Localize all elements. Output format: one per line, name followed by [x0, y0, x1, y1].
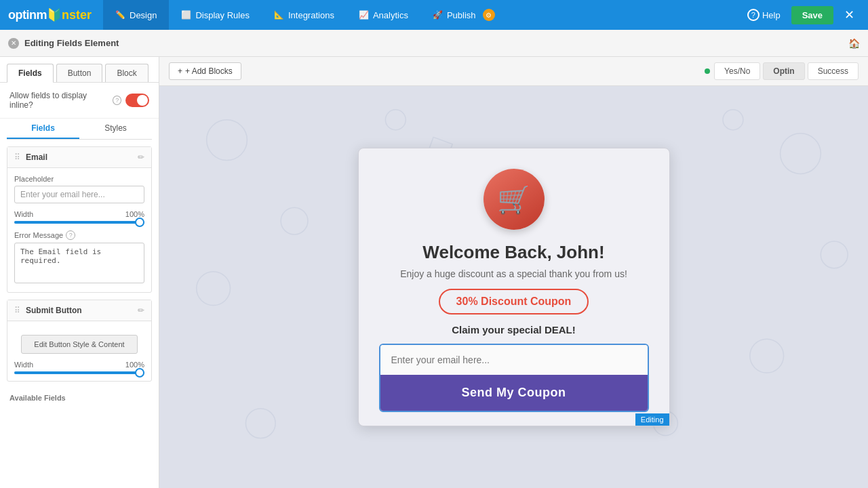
inline-toggle-row: Allow fields to display inline? ?	[0, 83, 159, 119]
analytics-icon: 📈	[359, 10, 369, 20]
editing-label: Editing Fields Element	[24, 38, 119, 48]
canvas-toolbar: + + Add Blocks Yes/No Optin Success	[159, 57, 868, 86]
submit-width-row: Width 100%	[14, 361, 144, 369]
submit-edit-pencil[interactable]: ✏	[138, 306, 144, 315]
nav-right: ? Help Save ✕	[742, 5, 860, 25]
email-width-slider[interactable]	[14, 221, 144, 224]
canvas-area: 🛒 Welcome Back, John! Enjoy a huge disco…	[159, 86, 868, 488]
svg-point-0	[207, 120, 248, 161]
panel-tabs: Fields Button Block	[0, 57, 159, 83]
nav-tab-display-rules[interactable]: ⬜ Display Rules	[169, 0, 261, 30]
email-width-row: Width 100%	[14, 210, 144, 218]
submit-slider-thumb[interactable]	[135, 368, 144, 378]
view-tab-yes-no[interactable]: Yes/No	[714, 62, 760, 80]
inline-help-icon[interactable]: ?	[113, 96, 122, 105]
submit-drag-handle[interactable]: ⠿	[14, 306, 20, 315]
help-icon: ?	[747, 9, 760, 21]
email-field-title: Email	[26, 152, 47, 162]
integrations-icon: 📐	[274, 10, 284, 20]
nav-tab-analytics[interactable]: 📈 Analytics	[347, 0, 420, 30]
logo-monster: 🔰nster	[47, 7, 92, 22]
nav-tab-integrations[interactable]: 📐 Integrations	[262, 0, 347, 30]
center-canvas: + + Add Blocks Yes/No Optin Success	[159, 57, 868, 488]
panel-tab-fields[interactable]: Fields	[7, 64, 54, 83]
placeholder-label: Placeholder	[14, 175, 144, 183]
email-field-body: Placeholder Width 100% Error Message ? T…	[7, 168, 151, 292]
nav-tab-design[interactable]: ✏️ Design	[103, 0, 169, 30]
submit-width-slider[interactable]	[14, 371, 144, 374]
claim-text: Claim your special DEAL!	[452, 324, 576, 336]
available-fields-label: Available Fields	[0, 388, 159, 402]
error-msg-label: Error Message	[14, 231, 63, 239]
email-field-block: ⠿ Email ✏ Placeholder Width 100% Error M…	[7, 146, 152, 293]
error-textarea[interactable]: The Email field is required.	[14, 243, 144, 283]
view-tabs: Yes/No Optin Success	[705, 62, 859, 80]
email-slider-thumb[interactable]	[135, 218, 144, 227]
submit-block-title: Submit Button	[26, 306, 82, 315]
popup-email-input[interactable]	[380, 345, 648, 375]
fs-tab-fields[interactable]: Fields	[7, 119, 79, 139]
fs-tab-styles[interactable]: Styles	[79, 119, 152, 139]
email-width-label: Width	[14, 210, 33, 218]
toggle-knob	[137, 95, 148, 106]
submit-block-body: Edit Button Style & Content Width 100%	[7, 321, 151, 381]
svg-point-3	[197, 272, 231, 306]
panel-tab-button[interactable]: Button	[56, 64, 103, 82]
left-panel: Fields Button Block Allow fields to disp…	[0, 57, 159, 488]
design-icon: ✏️	[115, 10, 125, 20]
publish-badge: ⚙	[483, 9, 495, 21]
home-icon[interactable]: 🏠	[848, 38, 860, 49]
svg-point-6	[723, 110, 743, 130]
plus-icon: +	[178, 66, 182, 76]
svg-point-7	[750, 339, 784, 373]
submit-width-value: 100%	[125, 361, 144, 369]
popup-icon-wrap: 🛒	[484, 169, 545, 230]
nav-tab-publish[interactable]: 🚀 Publish ⚙	[420, 0, 507, 30]
email-drag-handle[interactable]: ⠿	[14, 152, 20, 162]
svg-point-4	[781, 134, 821, 174]
email-field-header: ⠿ Email ✏	[7, 147, 151, 168]
popup-title: Welcome Back, John!	[422, 242, 604, 263]
placeholder-input[interactable]	[14, 186, 144, 203]
publish-icon: 🚀	[433, 10, 443, 20]
inline-toggle-label: Allow fields to display inline?	[9, 91, 108, 110]
popup-submit-button[interactable]: Send My Coupon	[380, 375, 648, 411]
main-layout: Fields Button Block Allow fields to disp…	[0, 57, 868, 488]
email-slider-fill	[14, 221, 144, 224]
submit-button-block: ⠿ Submit Button ✏ Edit Button Style & Co…	[7, 300, 152, 382]
inline-toggle-switch[interactable]	[125, 94, 149, 107]
cart-icon: 🛒	[497, 184, 531, 216]
svg-point-9	[245, 409, 275, 439]
close-editing-button[interactable]: ✕	[8, 38, 19, 49]
submit-slider-fill	[14, 371, 144, 374]
active-dot	[705, 68, 710, 74]
save-button[interactable]: Save	[791, 6, 833, 24]
logo: optinm🔰nster	[8, 7, 103, 22]
close-nav-button[interactable]: ✕	[839, 5, 860, 25]
fields-styles-tabs: Fields Styles	[7, 119, 152, 140]
popup-card: 🛒 Welcome Back, John! Enjoy a huge disco…	[358, 148, 670, 426]
top-nav: optinm🔰nster ✏️ Design ⬜ Display Rules 📐…	[0, 0, 868, 30]
edit-button-style-button[interactable]: Edit Button Style & Content	[21, 335, 138, 354]
display-rules-icon: ⬜	[181, 10, 191, 20]
view-tab-optin[interactable]: Optin	[763, 62, 804, 80]
panel-tab-block[interactable]: Block	[105, 64, 148, 82]
email-edit-pencil[interactable]: ✏	[138, 152, 144, 162]
add-blocks-button[interactable]: + + Add Blocks	[169, 62, 241, 80]
error-help-icon[interactable]: ?	[66, 230, 75, 240]
logo-text: optinm	[8, 8, 47, 22]
svg-point-5	[821, 241, 848, 268]
view-tab-success[interactable]: Success	[808, 62, 859, 80]
help-button[interactable]: ? Help	[742, 6, 786, 24]
svg-point-2	[385, 110, 406, 130]
submit-width-label: Width	[14, 361, 33, 369]
coupon-badge: 30% Discount Coupon	[439, 289, 589, 314]
error-msg-row: Error Message ?	[14, 230, 144, 240]
svg-point-1	[281, 207, 308, 235]
nav-tabs: ✏️ Design ⬜ Display Rules 📐 Integrations…	[103, 0, 742, 30]
popup-form: Send My Coupon Editing	[379, 344, 649, 412]
sub-header: ✕ Editing Fields Element 🏠	[0, 30, 868, 57]
submit-block-header: ⠿ Submit Button ✏	[7, 300, 151, 321]
popup-subtitle: Enjoy a huge discount as a special thank…	[400, 268, 627, 279]
email-width-value: 100%	[125, 210, 144, 218]
